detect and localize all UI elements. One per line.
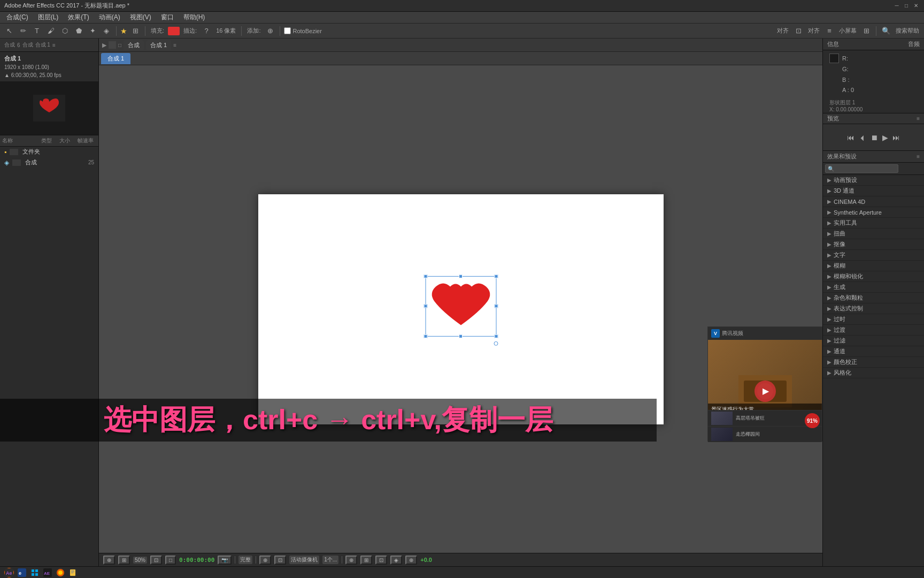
effect-anim-preset[interactable]: ▶ 动画预设 — [823, 175, 924, 186]
tool-shape[interactable]: ⬟ — [73, 25, 84, 37]
add-btn[interactable]: ⊕ — [264, 25, 276, 37]
effect-perspective[interactable]: ▶ 过滤 — [823, 336, 924, 346]
effect-arrow-8: ▶ — [827, 263, 831, 269]
viewer-render4[interactable]: ◈ — [390, 556, 402, 565]
effects-search-input[interactable] — [825, 164, 898, 173]
menu-help[interactable]: 帮助(H) — [179, 12, 210, 23]
effect-keying[interactable]: ▶ 抠像 — [823, 239, 924, 250]
video-play-btn[interactable] — [754, 381, 776, 402]
tool-grid[interactable]: ⊞ — [129, 25, 141, 37]
effect-blur-sharpen[interactable]: ▶ 模糊和锐化 — [823, 271, 924, 282]
viewer-render5[interactable]: ⊕ — [405, 556, 417, 565]
snap-btn[interactable]: ⊡ — [792, 25, 804, 37]
menu-effect[interactable]: 效果(T) — [64, 12, 93, 23]
status-ae2-icon[interactable]: AE — [43, 568, 52, 577]
viewer-zoom-select[interactable]: 50% — [133, 557, 147, 564]
effect-stylize[interactable]: ▶ 风格化 — [823, 368, 924, 378]
effect-blur[interactable]: ▶ 模糊 — [823, 261, 924, 271]
viewer-views[interactable]: 1个... — [322, 556, 338, 564]
file-item-folder[interactable]: ▪ 文件夹 — [0, 147, 98, 157]
status-ae-icon[interactable]: Ae — [4, 568, 14, 577]
effect-noise[interactable]: ▶ 杂色和颗粒 — [823, 293, 924, 303]
preview-menu[interactable]: ≡ — [917, 116, 920, 121]
status-win-icon[interactable] — [30, 568, 40, 577]
info-tab2[interactable]: 音频 — [908, 40, 920, 48]
effect-obsolete[interactable]: ▶ 过时 — [823, 314, 924, 325]
viewer-render3[interactable]: ⊡ — [375, 556, 387, 565]
project-header: 合成 6 合成 合成 1 ≡ — [0, 39, 98, 52]
folder-icon: ▪ — [4, 148, 6, 156]
roto-checkbox[interactable] — [284, 27, 291, 34]
effect-color-correct[interactable]: ▶ 颜色校正 — [823, 357, 924, 368]
prev-play[interactable]: ▶ — [882, 133, 888, 142]
tool-stamp[interactable]: ⬡ — [59, 25, 71, 37]
viewer-toggle2[interactable]: ⊡ — [274, 556, 286, 565]
roto-label[interactable]: RotoBezier — [284, 27, 321, 34]
rotate-handle[interactable] — [494, 341, 498, 345]
effect-3d-channel[interactable]: ▶ 3D 通道 — [823, 186, 924, 196]
effect-distort[interactable]: ▶ 扭曲 — [823, 229, 924, 239]
viewer-render1[interactable]: ⊕ — [345, 556, 357, 565]
viewer-render2[interactable]: ⊞ — [360, 556, 372, 565]
effect-channel[interactable]: ▶ 通道 — [823, 346, 924, 357]
shape-info-text: 形状图层 1 — [829, 99, 918, 107]
stroke-btn[interactable]: ? — [201, 25, 212, 37]
viewer-camera[interactable]: 活动摄像机 — [289, 556, 319, 564]
effect-arrow-16: ▶ — [827, 348, 831, 354]
file-item-comp[interactable]: ◈ 合成 25 — [0, 157, 98, 168]
status-files-icon[interactable] — [68, 568, 78, 577]
prev-skip-start[interactable]: ⏮ — [847, 133, 854, 142]
news-text-1: 高层塔吊被狂 — [736, 415, 765, 422]
tool-anchor[interactable]: ✦ — [87, 25, 98, 37]
menu-window[interactable]: 窗口 — [157, 12, 178, 23]
prev-skip-end[interactable]: ⏭ — [892, 133, 900, 142]
comp-tab-active[interactable]: 合成 1 — [101, 53, 130, 64]
menu-anim[interactable]: 动画(A) — [95, 12, 125, 23]
tool-pen[interactable]: ✏ — [17, 25, 29, 37]
menu-layer[interactable]: 图层(L) — [34, 12, 63, 23]
effect-generate[interactable]: ▶ 生成 — [823, 282, 924, 293]
tool-cam[interactable]: ◈ — [101, 25, 112, 37]
tool-paint[interactable]: 🖌 — [45, 25, 57, 37]
viewer-cam-btn[interactable]: 📷 — [218, 556, 232, 565]
effect-synthetic[interactable]: ▶ Synthetic Aperture — [823, 207, 924, 218]
effects-menu[interactable]: ≡ — [917, 154, 920, 159]
effect-cinema4d[interactable]: ▶ CINEMA 4D — [823, 196, 924, 207]
viewer-toggle1[interactable]: ⊕ — [259, 556, 271, 565]
viewer-icon-btn[interactable]: ⊕ — [103, 556, 115, 565]
align-btn[interactable]: ≡ — [823, 25, 835, 37]
fill-color[interactable] — [168, 27, 180, 35]
tool-select[interactable]: ↖ — [3, 25, 15, 37]
minimize-btn[interactable]: ─ — [893, 2, 900, 10]
window-controls[interactable]: ─ □ ✕ — [893, 2, 920, 10]
notification-badge[interactable]: 91% — [805, 413, 820, 428]
maximize-btn[interactable]: □ — [903, 2, 910, 10]
status-ff-icon[interactable] — [56, 568, 65, 577]
ff-logo — [56, 568, 65, 577]
viewer-aspect-btn[interactable]: ⊡ — [150, 556, 162, 565]
tool-text[interactable]: T — [31, 25, 43, 37]
prev-step-back[interactable]: ⏴ — [859, 133, 866, 142]
status-ie-icon[interactable]: e — [17, 568, 27, 577]
small-screen-btn[interactable]: ⊞ — [860, 25, 872, 37]
effect-arrow-10: ▶ — [827, 284, 831, 290]
menu-comp[interactable]: 合成(C) — [2, 12, 33, 23]
viewer-quality[interactable]: 完整 — [238, 556, 252, 564]
effect-expr-ctrl[interactable]: ▶ 表达式控制 — [823, 303, 924, 314]
heart-shape[interactable] — [426, 277, 496, 336]
search-btn[interactable]: 🔍 — [880, 25, 892, 37]
viewer-grid-btn[interactable]: ⊞ — [118, 556, 130, 565]
add-label: 添加: — [245, 27, 262, 35]
comp-tab-name[interactable]: 合成 1 — [146, 40, 171, 50]
menu-view[interactable]: 视图(V) — [126, 12, 156, 23]
viewer-region-btn[interactable]: □ — [165, 556, 176, 565]
effect-utility[interactable]: ▶ 实用工具 — [823, 218, 924, 229]
video-news-2[interactable]: 走恐椰园间 — [708, 426, 822, 442]
effect-transition[interactable]: ▶ 过渡 — [823, 325, 924, 336]
prev-stop[interactable]: ⏹ — [871, 133, 878, 142]
ae2-logo: AE — [43, 568, 52, 577]
close-btn[interactable]: ✕ — [912, 2, 920, 10]
svg-text:AE: AE — [44, 571, 50, 576]
effect-text[interactable]: ▶ 文字 — [823, 250, 924, 261]
comp-tab-comp[interactable]: 合成 — [124, 40, 144, 50]
